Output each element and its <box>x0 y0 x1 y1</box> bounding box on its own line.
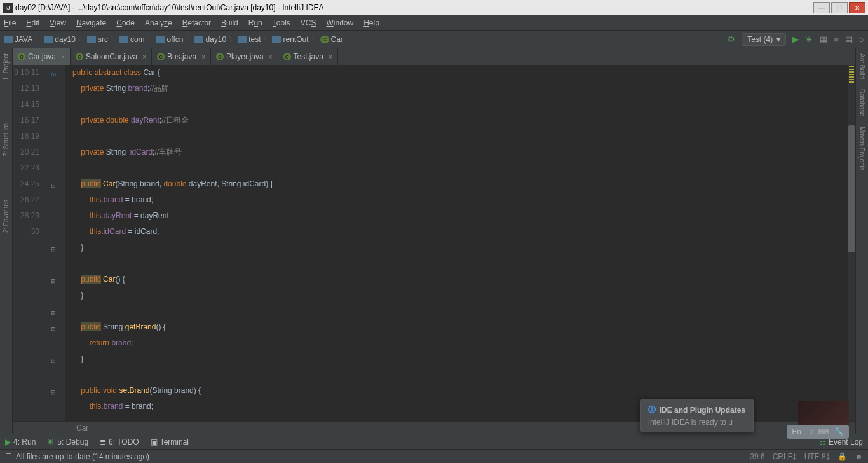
debug-button[interactable]: ⛯ <box>805 34 813 44</box>
run-config-selector[interactable]: Test (4) ▾ <box>742 33 786 46</box>
bottom-run[interactable]: ▶4: Run <box>5 438 36 446</box>
fold-icon[interactable]: ⊟ <box>51 353 56 369</box>
menu-navigate[interactable]: Navigate <box>76 18 106 27</box>
search-icon[interactable]: ⌕ <box>859 34 864 44</box>
close-icon[interactable]: × <box>61 53 65 60</box>
menu-file[interactable]: File <box>4 18 16 27</box>
ime-toolbar[interactable]: En ☽ ⌨ 🔧 <box>787 425 849 439</box>
menu-analyze[interactable]: Analyze <box>145 18 172 27</box>
menu-refactor[interactable]: Refactor <box>182 18 211 27</box>
main-area: 1: Project 7: Structure 2: Favorites CCa… <box>0 48 868 434</box>
fold-icon[interactable]: ⊟ <box>51 273 56 289</box>
menu-edit[interactable]: Edit <box>26 18 39 27</box>
bc-src[interactable]: src <box>87 35 108 44</box>
menu-tools[interactable]: Tools <box>273 18 290 27</box>
menu-run[interactable]: Run <box>248 18 262 27</box>
editor-scrollbar[interactable] <box>848 65 855 421</box>
bc-java[interactable]: JAVA <box>4 35 32 44</box>
tab-player[interactable]: CPlayer.java× <box>211 48 278 65</box>
fold-icon[interactable]: ⊟ <box>51 321 56 337</box>
maximize-button[interactable]: ☐ <box>831 2 848 13</box>
build-icon[interactable]: ⚙ <box>728 34 735 44</box>
caret-position[interactable]: 39:6 <box>750 452 764 461</box>
tool-database[interactable]: Database <box>857 86 867 119</box>
close-button[interactable]: ✕ <box>849 2 865 13</box>
minimize-button[interactable]: — <box>813 2 830 13</box>
stop-button[interactable]: ■ <box>834 34 839 44</box>
left-tool-stripe: 1: Project 7: Structure 2: Favorites <box>0 48 13 434</box>
status-right: 39:6 CRLF‡ UTF-8‡ 🔒 ☻ <box>750 452 863 461</box>
tool-ant[interactable]: Ant Build <box>857 51 867 81</box>
update-notification[interactable]: ⓘIDE and Plugin Updates IntelliJ IDEA is… <box>640 399 754 432</box>
notification-body: IntelliJ IDEA is ready to u <box>648 418 745 427</box>
bc-day10b[interactable]: day10 <box>194 35 226 44</box>
folder-icon <box>87 36 96 43</box>
close-icon[interactable]: × <box>142 53 146 60</box>
tab-bus[interactable]: CBus.java× <box>152 48 211 65</box>
bottom-tool-tabs: ▶4: Run ⛯5: Debug ≣6: TODO ▣Terminal ☷Ev… <box>0 434 868 449</box>
close-icon[interactable]: × <box>269 53 273 60</box>
chevron-down-icon: ▾ <box>776 35 780 44</box>
todo-icon: ≣ <box>100 438 106 446</box>
folder-icon <box>272 36 281 43</box>
notification-title: IDE and Plugin Updates <box>660 406 745 415</box>
tab-car[interactable]: CCar.java× <box>13 48 71 65</box>
window-title: day02 [D:\JAVA] - ...\day10\src\com\offc… <box>15 3 812 12</box>
bc-test[interactable]: test <box>238 35 261 44</box>
line-separator[interactable]: CRLF‡ <box>773 452 797 461</box>
status-left: ☐ All files are up-to-date (14 minutes a… <box>5 452 750 461</box>
project-structure-icon[interactable]: ▤ <box>845 34 853 44</box>
fold-icon[interactable]: ⊟ <box>51 385 56 401</box>
run-button[interactable]: ▶ <box>792 34 799 44</box>
bottom-debug[interactable]: ⛯5: Debug <box>47 438 88 446</box>
menu-window[interactable]: Window <box>326 18 353 27</box>
class-icon: C <box>18 53 25 60</box>
override-icon[interactable]: o↓ <box>51 67 57 83</box>
scrollbar-thumb[interactable] <box>848 125 855 252</box>
lock-icon[interactable]: 🔒 <box>837 452 847 461</box>
menu-vcs[interactable]: VCS <box>301 18 316 27</box>
tab-test[interactable]: CTest.java× <box>278 48 338 65</box>
tool-project[interactable]: 1: Project <box>1 51 11 83</box>
fold-icon[interactable]: ⊟ <box>51 305 56 321</box>
ime-keyboard-icon[interactable]: ⌨ <box>818 427 829 436</box>
folder-icon <box>4 36 13 43</box>
fold-icon[interactable]: ⊟ <box>51 178 56 194</box>
close-icon[interactable]: × <box>201 53 205 60</box>
tab-salooncar[interactable]: CSaloonCar.java× <box>71 48 152 65</box>
tool-favorites[interactable]: 2: Favorites <box>1 197 11 235</box>
ime-wrench-icon[interactable]: 🔧 <box>834 427 844 436</box>
bug-icon: ⛯ <box>47 438 55 446</box>
bc-day10[interactable]: day10 <box>44 35 76 44</box>
close-icon[interactable]: × <box>329 53 332 60</box>
menu-help[interactable]: Help <box>363 18 379 27</box>
bc-offcn[interactable]: offcn <box>156 35 184 44</box>
inspector-icon[interactable]: ☻ <box>855 452 863 461</box>
fold-gutter[interactable]: o↓ ⊟ ⊟ ⊟ ⊟ ⊟ ⊟ ⊟ <box>46 65 65 421</box>
menu-build[interactable]: Build <box>221 18 238 27</box>
status-icon[interactable]: ☐ <box>5 452 12 461</box>
ime-lang[interactable]: En <box>792 427 801 436</box>
tool-maven[interactable]: Maven Projects <box>857 124 867 173</box>
class-icon: C <box>76 53 83 60</box>
fold-icon[interactable]: ⊟ <box>51 242 56 258</box>
menu-view[interactable]: View <box>50 18 66 27</box>
tool-structure[interactable]: 7: Structure <box>1 121 11 159</box>
class-icon: C <box>283 53 291 60</box>
window-controls: — ☐ ✕ <box>812 2 865 13</box>
editor-body[interactable]: 9 10 11 12 13 14 15 16 17 18 19 20 21 22… <box>13 65 855 421</box>
coverage-button[interactable]: ▦ <box>820 34 827 44</box>
bottom-todo[interactable]: ≣6: TODO <box>100 438 139 446</box>
editor-area: CCar.java× CSaloonCar.java× CBus.java× C… <box>13 48 855 434</box>
bc-car[interactable]: CCar <box>320 35 343 44</box>
bc-rentout[interactable]: rentOut <box>272 35 308 44</box>
file-encoding[interactable]: UTF-8‡ <box>804 452 831 461</box>
code-content[interactable]: public abstract class Car { private Stri… <box>65 65 848 421</box>
navbar: JAVA〉 day10〉 src〉 com〉 offcn〉 day10〉 tes… <box>0 31 868 48</box>
line-numbers: 9 10 11 12 13 14 15 16 17 18 19 20 21 22… <box>13 65 46 421</box>
menu-code[interactable]: Code <box>116 18 135 27</box>
ime-moon-icon[interactable]: ☽ <box>806 427 813 436</box>
bc-com[interactable]: com <box>119 35 145 44</box>
bottom-terminal[interactable]: ▣Terminal <box>151 438 189 446</box>
app-icon: IJ <box>3 3 13 13</box>
